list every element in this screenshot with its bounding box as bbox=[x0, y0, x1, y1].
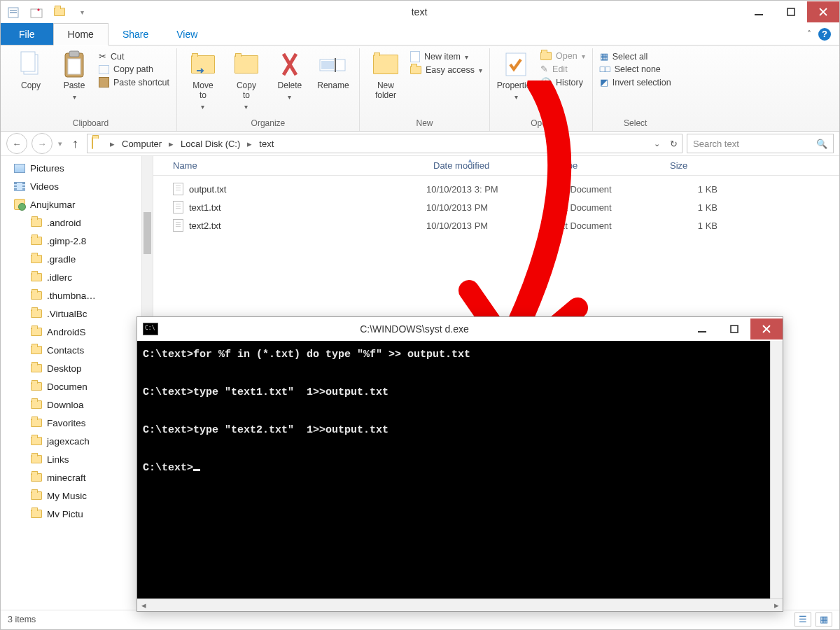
tree-node[interactable]: Documen bbox=[1, 377, 153, 396]
cmd-titlebar[interactable]: C:\WINDOWS\syst d.exe bbox=[137, 317, 783, 341]
copy-path-button[interactable]: Copy path bbox=[99, 64, 169, 74]
copypath-icon bbox=[99, 65, 109, 74]
tree-node[interactable]: Mv Pictu bbox=[1, 505, 153, 523]
qat-open-icon[interactable] bbox=[50, 4, 69, 20]
file-row[interactable]: text2.txt10/10/2013 PMText Document1 KB bbox=[153, 216, 839, 234]
new-item-button[interactable]: New item ▾ bbox=[410, 51, 482, 62]
column-headers[interactable]: ▴ Name Date modified Type Size bbox=[153, 156, 839, 176]
tree-node[interactable]: minecraft bbox=[1, 468, 153, 486]
breadcrumb[interactable]: Computer bbox=[119, 139, 164, 149]
cmd-close-button[interactable] bbox=[750, 318, 783, 340]
search-placeholder: Search text bbox=[693, 139, 739, 149]
maximize-button[interactable] bbox=[775, 1, 807, 22]
refresh-icon[interactable]: ↻ bbox=[670, 139, 678, 149]
cmd-hscrollbar[interactable]: ◂▸ bbox=[137, 598, 783, 611]
select-all-button[interactable]: ▦Select all bbox=[600, 51, 671, 62]
tree-node[interactable]: .idlerc bbox=[1, 268, 153, 286]
recent-dropdown-icon[interactable]: ▾ bbox=[57, 139, 64, 148]
svg-rect-15 bbox=[698, 331, 706, 332]
cmd-vscrollbar[interactable] bbox=[770, 341, 783, 598]
tree-node[interactable]: .android bbox=[1, 214, 153, 232]
tree-node[interactable]: .VirtualBc bbox=[1, 304, 153, 323]
tree-node[interactable]: Downloa bbox=[1, 396, 153, 414]
tree-node[interactable]: Pictures bbox=[1, 159, 153, 177]
back-button[interactable]: ← bbox=[6, 133, 27, 154]
address-bar[interactable]: ▸ Computer ▸ Local Disk (C:) ▸ text ⌄ ↻ bbox=[87, 134, 682, 153]
history-button[interactable]: 🕑History bbox=[540, 77, 585, 88]
tree-node[interactable]: Anujkumar bbox=[1, 195, 153, 214]
breadcrumb[interactable]: text bbox=[256, 139, 276, 149]
tree-node[interactable]: .thumbna… bbox=[1, 286, 153, 304]
tree-node[interactable]: Contacts bbox=[1, 341, 153, 359]
cut-button[interactable]: ✂Cut bbox=[99, 51, 169, 62]
open-button[interactable]: Open ▾ bbox=[540, 51, 585, 61]
select-none-button[interactable]: □□Select none bbox=[600, 64, 671, 74]
file-row[interactable]: output.txt10/10/2013 3: PMText Document1… bbox=[153, 180, 839, 198]
invert-selection-button[interactable]: ◩Invert selection bbox=[600, 77, 671, 88]
paste-shortcut-button[interactable]: Paste shortcut bbox=[99, 77, 169, 88]
tree-node[interactable]: jagexcach bbox=[1, 432, 153, 450]
qat-newfolder-icon[interactable] bbox=[27, 4, 47, 20]
tree-node[interactable]: Videos bbox=[1, 177, 153, 195]
address-dropdown-icon[interactable]: ⌄ bbox=[654, 139, 660, 148]
nav-tree[interactable]: PicturesVideosAnujkumar.android.gimp-2.8… bbox=[1, 156, 153, 610]
properties-button[interactable]: Properties▾ bbox=[497, 50, 535, 101]
tab-file[interactable]: File bbox=[1, 23, 53, 45]
search-input[interactable]: Search text 🔍 bbox=[687, 134, 834, 153]
tree-node[interactable]: AndroidS bbox=[1, 323, 153, 341]
delete-button[interactable]: Delete▾ bbox=[271, 50, 309, 101]
close-button[interactable] bbox=[807, 1, 839, 22]
tab-home[interactable]: Home bbox=[53, 23, 108, 46]
tab-view[interactable]: View bbox=[162, 23, 211, 45]
cmd-maximize-button[interactable] bbox=[718, 318, 750, 340]
cmd-output[interactable]: C:\text>for %f in (*.txt) do type "%f" >… bbox=[137, 341, 770, 598]
move-to-button[interactable]: Move to▾ bbox=[184, 50, 222, 111]
folder-icon bbox=[92, 138, 104, 149]
svg-rect-2 bbox=[10, 12, 17, 13]
paste-button[interactable]: Paste ▾ bbox=[55, 50, 93, 101]
col-name[interactable]: Name bbox=[153, 160, 426, 171]
forward-button[interactable]: → bbox=[31, 133, 52, 154]
easy-access-button[interactable]: Easy access ▾ bbox=[410, 65, 482, 75]
rename-button[interactable]: Rename bbox=[314, 50, 352, 91]
tree-node[interactable]: .gimp-2.8 bbox=[1, 232, 153, 250]
tree-node[interactable]: My Music bbox=[1, 486, 153, 505]
tree-node[interactable]: Links bbox=[1, 450, 153, 468]
icons-view-button[interactable]: ▦ bbox=[816, 612, 832, 626]
explorer-titlebar: ▾ text bbox=[1, 1, 839, 23]
qat-properties-icon[interactable] bbox=[5, 4, 24, 20]
tree-node[interactable]: Favorites bbox=[1, 414, 153, 432]
cmd-window: C:\WINDOWS\syst d.exe C:\text>for %f in … bbox=[136, 316, 783, 612]
copy-button[interactable]: Copy bbox=[12, 50, 50, 91]
help-icon[interactable]: ? bbox=[818, 28, 831, 41]
group-select-label: Select bbox=[600, 118, 671, 130]
tree-label: Links bbox=[47, 454, 69, 465]
tree-label: .gradle bbox=[47, 254, 76, 265]
col-type[interactable]: Type bbox=[551, 160, 663, 171]
edit-button[interactable]: ✎Edit bbox=[540, 64, 585, 74]
col-size[interactable]: Size bbox=[663, 160, 733, 171]
new-folder-button[interactable]: New folder bbox=[367, 50, 405, 101]
shortcut-icon bbox=[99, 77, 109, 88]
minimize-button[interactable] bbox=[743, 1, 775, 22]
up-button[interactable]: ↑ bbox=[68, 136, 83, 151]
folder-icon bbox=[30, 435, 43, 447]
navigation-bar: ← → ▾ ↑ ▸ Computer ▸ Local Disk (C:) ▸ t… bbox=[1, 132, 839, 155]
vid-icon bbox=[13, 181, 26, 192]
folder-icon bbox=[30, 272, 43, 283]
folder-icon bbox=[30, 253, 43, 265]
cmd-minimize-button[interactable] bbox=[686, 318, 718, 340]
ribbon-collapse-icon[interactable]: ˄ bbox=[807, 29, 811, 39]
file-row[interactable]: text1.txt10/10/2013 PMText Document1 KB bbox=[153, 198, 839, 216]
status-bar: 3 items ☰ ▦ bbox=[1, 610, 839, 628]
folder-icon bbox=[30, 417, 43, 428]
details-view-button[interactable]: ☰ bbox=[794, 612, 811, 626]
copy-to-button[interactable]: Copy to▾ bbox=[227, 50, 265, 111]
tree-node[interactable]: .gradle bbox=[1, 250, 153, 268]
qat-dropdown-icon[interactable]: ▾ bbox=[72, 4, 92, 20]
tab-share[interactable]: Share bbox=[108, 23, 162, 45]
breadcrumb[interactable]: Local Disk (C:) bbox=[178, 139, 243, 149]
col-date[interactable]: Date modified bbox=[426, 160, 551, 171]
tree-node[interactable]: Desktop bbox=[1, 359, 153, 377]
file-type: Text Document bbox=[551, 202, 663, 213]
